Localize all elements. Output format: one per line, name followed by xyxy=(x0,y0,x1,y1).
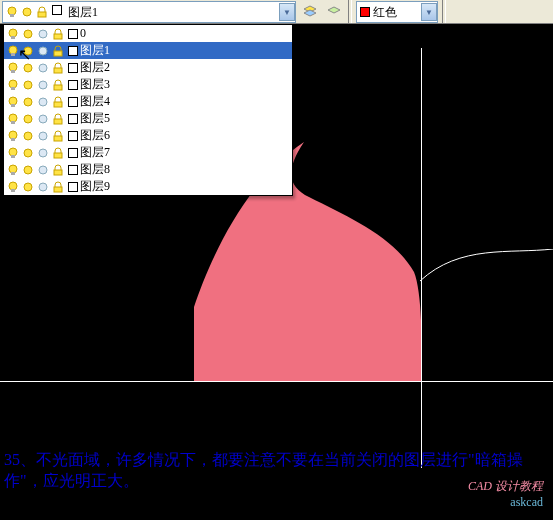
sun-icon[interactable] xyxy=(21,78,35,92)
color-swatch[interactable] xyxy=(68,148,78,158)
layer-list-item[interactable]: 图层3 xyxy=(4,76,292,93)
lock-icon[interactable] xyxy=(51,163,65,177)
freeze-icon[interactable] xyxy=(36,163,50,177)
lightbulb-icon[interactable] xyxy=(6,44,20,58)
sun-icon[interactable] xyxy=(21,27,35,41)
color-swatch[interactable] xyxy=(68,80,78,90)
crosshair-horizontal xyxy=(0,381,553,382)
svg-rect-11 xyxy=(54,34,62,39)
lock-icon[interactable] xyxy=(51,27,65,41)
freeze-icon[interactable] xyxy=(36,180,50,194)
lock-icon[interactable] xyxy=(51,95,65,109)
layer-dropdown-list[interactable]: 0 图层1 图层2 图层3 图层4 图层5 图层6 图层7 图层8 图层9 xyxy=(3,24,293,196)
layer-list-item[interactable]: 图层4 xyxy=(4,93,292,110)
freeze-icon[interactable] xyxy=(36,27,50,41)
sun-icon[interactable] xyxy=(21,163,35,177)
layer-state-icons xyxy=(3,5,64,19)
lock-icon xyxy=(35,5,49,19)
svg-point-14 xyxy=(24,47,32,55)
lock-icon[interactable] xyxy=(51,129,65,143)
layer-list-item[interactable]: 图层7 xyxy=(4,144,292,161)
color-swatch[interactable] xyxy=(68,97,78,107)
freeze-icon[interactable] xyxy=(36,61,50,75)
chevron-down-icon[interactable]: ▼ xyxy=(279,3,295,21)
color-swatch[interactable] xyxy=(68,114,78,124)
lightbulb-icon[interactable] xyxy=(6,129,20,143)
watermark: CAD 设计教程 xyxy=(468,478,543,495)
lightbulb-icon[interactable] xyxy=(6,112,20,126)
svg-point-19 xyxy=(24,64,32,72)
svg-rect-28 xyxy=(11,104,15,107)
layer-list-item[interactable]: 图层5 xyxy=(4,110,292,127)
svg-rect-21 xyxy=(54,68,62,73)
svg-rect-18 xyxy=(11,70,15,73)
sun-icon[interactable] xyxy=(21,129,35,143)
color-swatch[interactable] xyxy=(68,63,78,73)
sun-icon[interactable] xyxy=(21,61,35,75)
color-dropdown[interactable]: 红色 ▼ xyxy=(356,1,438,23)
color-swatch[interactable] xyxy=(68,131,78,141)
svg-point-15 xyxy=(39,47,47,55)
layer-name: 图层9 xyxy=(80,178,110,195)
layer-list-item[interactable]: 图层9 xyxy=(4,178,292,195)
lock-icon[interactable] xyxy=(51,78,65,92)
sun-icon[interactable] xyxy=(21,95,35,109)
layer-list-item[interactable]: 图层6 xyxy=(4,127,292,144)
svg-point-27 xyxy=(9,97,17,105)
color-swatch[interactable] xyxy=(68,165,78,175)
layer-name: 图层8 xyxy=(80,161,110,178)
layer-dropdown[interactable]: 图层1 ▼ xyxy=(2,1,296,23)
svg-marker-6 xyxy=(328,7,340,13)
color-swatch-red xyxy=(360,7,370,17)
lightbulb-icon[interactable] xyxy=(6,27,20,41)
svg-point-45 xyxy=(39,149,47,157)
color-swatch[interactable] xyxy=(68,29,78,39)
lock-icon[interactable] xyxy=(51,61,65,75)
lightbulb-icon[interactable] xyxy=(6,95,20,109)
freeze-icon[interactable] xyxy=(36,112,50,126)
lightbulb-icon[interactable] xyxy=(6,78,20,92)
freeze-icon[interactable] xyxy=(36,78,50,92)
color-swatch[interactable] xyxy=(68,46,78,56)
svg-point-2 xyxy=(23,8,31,16)
lightbulb-icon[interactable] xyxy=(6,61,20,75)
freeze-icon[interactable] xyxy=(36,44,50,58)
layer-list-item[interactable]: 图层8 xyxy=(4,161,292,178)
freeze-icon[interactable] xyxy=(36,95,50,109)
color-label: 红色 xyxy=(373,4,397,21)
svg-point-9 xyxy=(24,30,32,38)
color-swatch xyxy=(52,5,62,15)
color-swatch[interactable] xyxy=(68,182,78,192)
svg-point-49 xyxy=(24,166,32,174)
freeze-icon[interactable] xyxy=(36,129,50,143)
lightbulb-icon[interactable] xyxy=(6,180,20,194)
lock-icon[interactable] xyxy=(51,112,65,126)
layer-prev-button[interactable] xyxy=(323,1,345,23)
toolbar: 图层1 ▼ 红色 ▼ xyxy=(0,0,553,24)
sun-icon[interactable] xyxy=(21,146,35,160)
chevron-down-icon[interactable]: ▼ xyxy=(421,3,437,21)
layer-list-item[interactable]: 图层1 xyxy=(4,42,292,59)
lightbulb-icon[interactable] xyxy=(6,146,20,160)
svg-point-34 xyxy=(24,115,32,123)
watermark: askcad xyxy=(510,495,543,510)
separator xyxy=(442,0,446,23)
svg-rect-31 xyxy=(54,102,62,107)
svg-rect-33 xyxy=(11,121,15,124)
layer-list-item[interactable]: 0 xyxy=(4,25,292,42)
layer-name: 图层3 xyxy=(80,76,110,93)
lightbulb-icon[interactable] xyxy=(6,163,20,177)
layer-manager-button[interactable] xyxy=(299,1,321,23)
svg-point-44 xyxy=(24,149,32,157)
lock-icon[interactable] xyxy=(51,44,65,58)
freeze-icon[interactable] xyxy=(36,146,50,160)
lock-icon[interactable] xyxy=(51,146,65,160)
svg-marker-5 xyxy=(304,10,316,16)
sun-icon[interactable] xyxy=(21,44,35,58)
svg-rect-8 xyxy=(11,36,15,39)
sun-icon[interactable] xyxy=(21,180,35,194)
layer-list-item[interactable]: 图层2 xyxy=(4,59,292,76)
lock-icon[interactable] xyxy=(51,180,65,194)
sun-icon[interactable] xyxy=(21,112,35,126)
svg-point-50 xyxy=(39,166,47,174)
